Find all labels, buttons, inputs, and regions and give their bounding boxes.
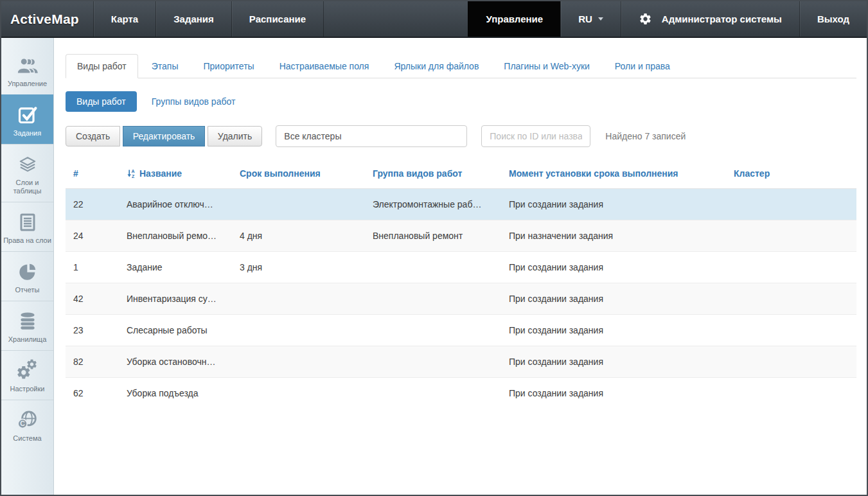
nav-item-map[interactable]: Карта [93,1,155,37]
tab[interactable]: Роли и права [603,54,682,78]
table-row[interactable]: 1 Задание 3 дня При создании задания [66,252,856,283]
app-window: ActiveMap Карта Задания Расписание Управ… [0,0,868,496]
tab[interactable]: Ярлыки для файлов [382,54,490,78]
cell-moment: При создании задания [501,346,726,378]
sidebar-item-management[interactable]: Управление [1,46,53,94]
app-logo[interactable]: ActiveMap [1,1,93,37]
cell-cluster [726,252,856,283]
sidebar: Управление Задания [1,38,54,495]
sidebar-item-reports[interactable]: Отчеты [1,251,53,301]
layers-icon [3,152,52,175]
document-lines-icon [3,209,52,233]
logout-button[interactable]: Выход [799,1,867,37]
create-button[interactable]: Создать [66,126,120,146]
results-count: Найдено 7 записей [605,131,686,141]
cell-cluster [726,315,856,346]
toolbar: Создать Редактировать Удалить Найдено 7 … [66,125,856,147]
tab[interactable]: Плагины и Web-хуки [492,54,601,78]
subtab-work-type-groups[interactable]: Группы видов работ [152,96,236,107]
cell-cluster [726,220,856,252]
column-header-group[interactable]: Группа видов работ [365,159,501,189]
cell-name: Инвентаризация су… [119,283,232,315]
svg-text:C: C [20,420,25,427]
cell-id: 1 [66,252,119,283]
column-header-moment[interactable]: Момент установки срока выполнения [501,159,726,189]
sidebar-item-label: Система [3,434,52,443]
table-row[interactable]: 62 Уборка подъезда При создании задания [66,378,856,409]
cell-term [232,378,365,409]
table-row[interactable]: 23 Слесарные работы При создании задания [66,315,856,346]
database-icon [3,308,52,332]
tab[interactable]: Приоритеты [192,54,266,78]
globe-icon: C [3,407,52,430]
sidebar-item-label: Хранилища [3,335,52,344]
svg-text:A: A [132,169,135,173]
cell-name: Внеплановый ремо… [119,220,232,252]
cell-group [365,378,501,409]
table-row[interactable]: 82 Уборка остановочн… При создании задан… [66,346,856,378]
cell-moment: При создании задания [501,283,726,315]
cell-term [232,315,365,346]
cell-moment: При создании задания [501,252,726,283]
svg-text:Z: Z [132,174,135,179]
sidebar-item-label: Управление [3,80,52,88]
cell-group [365,346,501,378]
users-icon [3,53,52,76]
cell-cluster [726,283,856,315]
cell-name: Аварийное отключ… [119,189,232,220]
cell-name: Слесарные работы [119,315,232,346]
cell-group: Внеплановый ремонт [365,220,501,252]
user-menu[interactable]: Администратор системы [621,1,799,37]
table-header-row: # A Z Название Срок выполнения Группа ви… [66,159,856,189]
language-selector[interactable]: RU [560,1,621,37]
cell-group [365,283,501,315]
tab[interactable]: Виды работ [66,54,138,78]
cell-group [365,252,501,283]
table-row[interactable]: 42 Инвентаризация су… При создании задан… [66,283,856,315]
crud-button-group: Создать Редактировать Удалить [66,126,262,146]
tab[interactable]: Этапы [140,54,190,78]
column-header-cluster[interactable]: Кластер [726,159,856,189]
nav-item-tasks[interactable]: Задания [155,1,231,37]
sidebar-item-system[interactable]: C Система [1,400,53,449]
cell-group: Электромонтажные раб… [365,189,501,220]
column-header-id[interactable]: # [66,159,119,189]
column-header-term[interactable]: Срок выполнения [232,159,365,189]
cell-term [232,189,365,220]
nav-item-schedule[interactable]: Расписание [231,1,324,37]
main-content: Виды работ Этапы Приоритеты Настраиваемы… [54,38,867,495]
user-name: Администратор системы [662,13,782,24]
gear-icon [639,12,652,26]
cell-cluster [726,346,856,378]
cell-term [232,283,365,315]
delete-button[interactable]: Удалить [208,126,262,146]
sidebar-item-tasks[interactable]: Задания [1,94,53,144]
work-types-table: # A Z Название Срок выполнения Группа ви… [66,159,856,409]
nav-item-management[interactable]: Управление [468,1,560,37]
table-row[interactable]: 22 Аварийное отключ… Электромонтажные ра… [66,189,856,220]
sidebar-item-settings[interactable]: Настройки [1,350,53,400]
table-row[interactable]: 24 Внеплановый ремо… 4 дня Внеплановый р… [66,220,856,252]
cell-name: Уборка остановочн… [119,346,232,378]
sidebar-item-layers[interactable]: Слои и таблицы [1,144,53,202]
edit-button[interactable]: Редактировать [123,126,206,146]
subtab-work-types[interactable]: Виды работ [66,91,137,112]
sidebar-item-storages[interactable]: Хранилища [1,301,53,350]
sidebar-item-label: Настройки [3,385,52,393]
cell-id: 62 [66,378,119,409]
sidebar-item-label: Слои и таблицы [3,179,52,195]
sidebar-item-layer-rights[interactable]: Права на слои [1,202,53,251]
language-label: RU [578,13,592,24]
column-header-name[interactable]: A Z Название [119,159,232,189]
cell-moment: При назначении задания [501,220,726,252]
chevron-down-icon [598,17,603,21]
cell-term [232,346,365,378]
settings-tabs: Виды работ Этапы Приоритеты Настраиваемы… [66,54,856,78]
cluster-filter-input[interactable] [276,125,467,147]
top-navbar: ActiveMap Карта Задания Расписание Управ… [1,1,867,38]
search-input[interactable] [481,125,590,147]
cell-moment: При создании задания [501,378,726,409]
tab[interactable]: Настраиваемые поля [268,54,381,78]
cell-id: 82 [66,346,119,378]
secondary-menu: Управление RU Администратор системы Выхо… [468,1,867,37]
